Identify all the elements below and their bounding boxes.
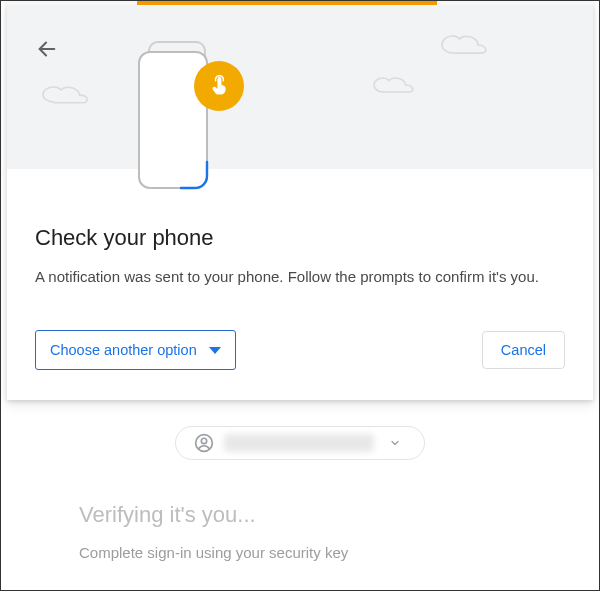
verify-subheading: Complete sign-in using your security key xyxy=(79,544,599,561)
choose-another-option-button[interactable]: Choose another option xyxy=(35,330,236,370)
touch-icon xyxy=(208,75,230,97)
tap-badge xyxy=(194,61,244,111)
modal-description: A notification was sent to your phone. F… xyxy=(35,265,565,288)
account-email-redacted xyxy=(224,434,374,452)
phone-illustration xyxy=(138,41,214,191)
cloud-icon xyxy=(439,33,493,57)
account-chip[interactable] xyxy=(175,426,425,460)
modal-actions: Choose another option Cancel xyxy=(35,330,565,376)
svg-point-1 xyxy=(201,438,206,443)
modal-title: Check your phone xyxy=(35,225,565,251)
user-circle-icon xyxy=(194,433,214,453)
dropdown-caret-icon xyxy=(209,347,221,354)
cloud-icon xyxy=(372,75,420,95)
arrow-left-icon xyxy=(36,38,58,60)
back-button[interactable] xyxy=(33,35,61,63)
cancel-label: Cancel xyxy=(501,342,546,358)
modal-body: Check your phone A notification was sent… xyxy=(7,169,593,400)
verify-heading: Verifying it's you... xyxy=(79,502,599,528)
chevron-down-icon xyxy=(384,437,406,449)
cloud-icon xyxy=(41,83,97,105)
check-phone-modal: Check your phone A notification was sent… xyxy=(7,1,593,400)
cancel-button[interactable]: Cancel xyxy=(482,331,565,369)
choose-another-option-label: Choose another option xyxy=(50,342,197,358)
modal-header-illustration xyxy=(7,5,593,169)
